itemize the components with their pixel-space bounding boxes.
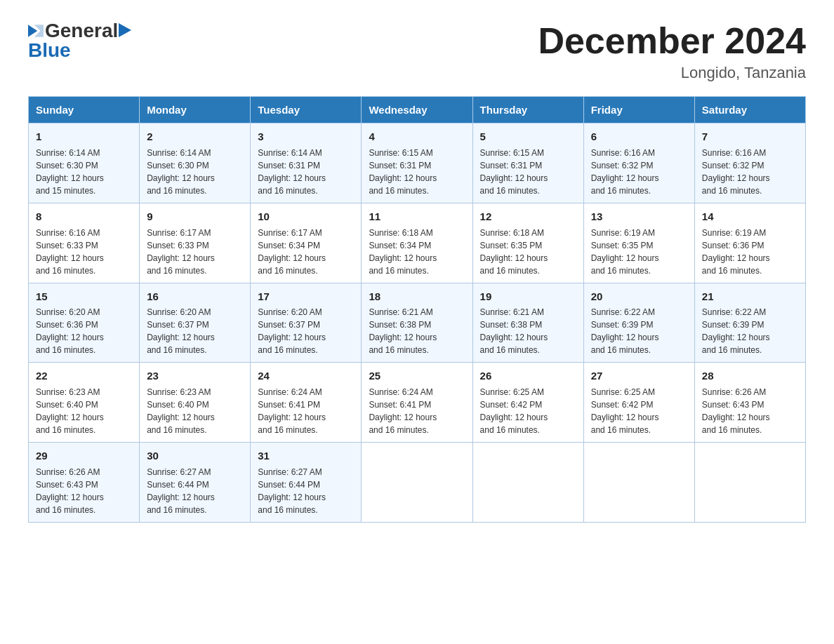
day-number: 29 — [36, 448, 132, 464]
calendar-day-cell: 22Sunrise: 6:23 AMSunset: 6:40 PMDayligh… — [29, 363, 140, 443]
day-number: 28 — [702, 368, 798, 384]
weekday-header-friday: Friday — [583, 97, 694, 123]
logo: General Blue — [28, 21, 131, 60]
day-number: 8 — [36, 209, 132, 224]
day-info: Sunrise: 6:27 AMSunset: 6:44 PMDaylight:… — [258, 466, 354, 516]
day-info: Sunrise: 6:16 AMSunset: 6:32 PMDaylight:… — [702, 147, 798, 197]
day-number: 30 — [147, 448, 243, 464]
day-info: Sunrise: 6:14 AMSunset: 6:30 PMDaylight:… — [36, 147, 132, 197]
calendar-day-cell: 26Sunrise: 6:25 AMSunset: 6:42 PMDayligh… — [472, 363, 583, 443]
calendar-day-cell: 16Sunrise: 6:20 AMSunset: 6:37 PMDayligh… — [140, 283, 251, 363]
calendar-day-cell: 15Sunrise: 6:20 AMSunset: 6:36 PMDayligh… — [29, 283, 140, 363]
day-info: Sunrise: 6:15 AMSunset: 6:31 PMDaylight:… — [369, 147, 465, 197]
day-info: Sunrise: 6:18 AMSunset: 6:35 PMDaylight:… — [480, 227, 576, 277]
calendar-week-row: 22Sunrise: 6:23 AMSunset: 6:40 PMDayligh… — [29, 363, 806, 443]
day-info: Sunrise: 6:20 AMSunset: 6:36 PMDaylight:… — [36, 306, 132, 356]
day-info: Sunrise: 6:14 AMSunset: 6:31 PMDaylight:… — [258, 147, 354, 197]
day-info: Sunrise: 6:25 AMSunset: 6:42 PMDaylight:… — [591, 386, 687, 436]
calendar-day-cell: 9Sunrise: 6:17 AMSunset: 6:33 PMDaylight… — [140, 203, 251, 283]
calendar-day-cell: 3Sunrise: 6:14 AMSunset: 6:31 PMDaylight… — [251, 123, 362, 203]
day-number: 18 — [369, 289, 465, 304]
day-number: 11 — [369, 209, 465, 224]
calendar-day-cell — [583, 443, 694, 523]
svg-marker-3 — [119, 23, 131, 37]
calendar-day-cell: 7Sunrise: 6:16 AMSunset: 6:32 PMDaylight… — [694, 123, 805, 203]
weekday-header-sunday: Sunday — [29, 97, 140, 123]
calendar-day-cell: 23Sunrise: 6:23 AMSunset: 6:40 PMDayligh… — [140, 363, 251, 443]
title-block: December 2024 Longido, Tanzania — [538, 21, 806, 82]
calendar-day-cell: 18Sunrise: 6:21 AMSunset: 6:38 PMDayligh… — [362, 283, 472, 363]
day-info: Sunrise: 6:23 AMSunset: 6:40 PMDaylight:… — [36, 386, 132, 436]
day-info: Sunrise: 6:27 AMSunset: 6:44 PMDaylight:… — [147, 466, 243, 516]
day-info: Sunrise: 6:19 AMSunset: 6:36 PMDaylight:… — [702, 227, 798, 277]
day-info: Sunrise: 6:16 AMSunset: 6:33 PMDaylight:… — [36, 227, 132, 277]
day-info: Sunrise: 6:19 AMSunset: 6:35 PMDaylight:… — [591, 227, 687, 277]
calendar-day-cell: 29Sunrise: 6:26 AMSunset: 6:43 PMDayligh… — [29, 443, 140, 523]
weekday-header-row: SundayMondayTuesdayWednesdayThursdayFrid… — [29, 97, 806, 123]
weekday-header-wednesday: Wednesday — [362, 97, 472, 123]
day-number: 5 — [480, 129, 576, 145]
day-number: 17 — [258, 289, 354, 304]
day-number: 3 — [258, 129, 354, 145]
day-number: 25 — [369, 368, 465, 384]
day-number: 4 — [369, 129, 465, 145]
day-number: 10 — [258, 209, 354, 224]
day-info: Sunrise: 6:24 AMSunset: 6:41 PMDaylight:… — [369, 386, 465, 436]
day-number: 23 — [147, 368, 243, 384]
logo-icon — [28, 23, 44, 39]
day-info: Sunrise: 6:26 AMSunset: 6:43 PMDaylight:… — [36, 466, 132, 516]
day-info: Sunrise: 6:20 AMSunset: 6:37 PMDaylight:… — [258, 306, 354, 356]
calendar-day-cell: 28Sunrise: 6:26 AMSunset: 6:43 PMDayligh… — [694, 363, 805, 443]
calendar-day-cell: 31Sunrise: 6:27 AMSunset: 6:44 PMDayligh… — [251, 443, 362, 523]
logo-general-text: General — [45, 21, 118, 41]
calendar-day-cell: 13Sunrise: 6:19 AMSunset: 6:35 PMDayligh… — [583, 203, 694, 283]
day-info: Sunrise: 6:16 AMSunset: 6:32 PMDaylight:… — [591, 147, 687, 197]
day-number: 24 — [258, 368, 354, 384]
day-info: Sunrise: 6:17 AMSunset: 6:33 PMDaylight:… — [147, 227, 243, 277]
day-info: Sunrise: 6:24 AMSunset: 6:41 PMDaylight:… — [258, 386, 354, 436]
page-header: General Blue December 2024 Longido, Tanz… — [28, 21, 806, 82]
day-number: 27 — [591, 368, 687, 384]
calendar-day-cell: 8Sunrise: 6:16 AMSunset: 6:33 PMDaylight… — [29, 203, 140, 283]
day-number: 9 — [147, 209, 243, 224]
calendar-day-cell: 27Sunrise: 6:25 AMSunset: 6:42 PMDayligh… — [583, 363, 694, 443]
calendar-day-cell — [362, 443, 472, 523]
calendar-week-row: 1Sunrise: 6:14 AMSunset: 6:30 PMDaylight… — [29, 123, 806, 203]
day-info: Sunrise: 6:21 AMSunset: 6:38 PMDaylight:… — [480, 306, 576, 356]
weekday-header-saturday: Saturday — [694, 97, 805, 123]
month-title: December 2024 — [538, 21, 806, 61]
calendar-day-cell — [694, 443, 805, 523]
calendar-day-cell: 12Sunrise: 6:18 AMSunset: 6:35 PMDayligh… — [472, 203, 583, 283]
calendar-table: SundayMondayTuesdayWednesdayThursdayFrid… — [28, 96, 806, 523]
weekday-header-thursday: Thursday — [472, 97, 583, 123]
day-number: 13 — [591, 209, 687, 224]
day-number: 14 — [702, 209, 798, 224]
day-number: 19 — [480, 289, 576, 304]
day-info: Sunrise: 6:23 AMSunset: 6:40 PMDaylight:… — [147, 386, 243, 436]
day-number: 26 — [480, 368, 576, 384]
calendar-day-cell: 25Sunrise: 6:24 AMSunset: 6:41 PMDayligh… — [362, 363, 472, 443]
day-info: Sunrise: 6:25 AMSunset: 6:42 PMDaylight:… — [480, 386, 576, 436]
day-number: 31 — [258, 448, 354, 464]
calendar-day-cell: 4Sunrise: 6:15 AMSunset: 6:31 PMDaylight… — [362, 123, 472, 203]
logo-triangle-icon — [119, 23, 131, 37]
day-number: 21 — [702, 289, 798, 304]
calendar-day-cell: 20Sunrise: 6:22 AMSunset: 6:39 PMDayligh… — [583, 283, 694, 363]
calendar-day-cell: 19Sunrise: 6:21 AMSunset: 6:38 PMDayligh… — [472, 283, 583, 363]
day-number: 12 — [480, 209, 576, 224]
day-info: Sunrise: 6:22 AMSunset: 6:39 PMDaylight:… — [591, 306, 687, 356]
calendar-day-cell — [472, 443, 583, 523]
calendar-day-cell: 24Sunrise: 6:24 AMSunset: 6:41 PMDayligh… — [251, 363, 362, 443]
calendar-day-cell: 5Sunrise: 6:15 AMSunset: 6:31 PMDaylight… — [472, 123, 583, 203]
day-info: Sunrise: 6:26 AMSunset: 6:43 PMDaylight:… — [702, 386, 798, 436]
day-info: Sunrise: 6:22 AMSunset: 6:39 PMDaylight:… — [702, 306, 798, 356]
day-info: Sunrise: 6:14 AMSunset: 6:30 PMDaylight:… — [147, 147, 243, 197]
calendar-week-row: 15Sunrise: 6:20 AMSunset: 6:36 PMDayligh… — [29, 283, 806, 363]
calendar-day-cell: 30Sunrise: 6:27 AMSunset: 6:44 PMDayligh… — [140, 443, 251, 523]
day-number: 22 — [36, 368, 132, 384]
calendar-day-cell: 6Sunrise: 6:16 AMSunset: 6:32 PMDaylight… — [583, 123, 694, 203]
day-number: 7 — [702, 129, 798, 145]
day-info: Sunrise: 6:20 AMSunset: 6:37 PMDaylight:… — [147, 306, 243, 356]
day-info: Sunrise: 6:18 AMSunset: 6:34 PMDaylight:… — [369, 227, 465, 277]
day-info: Sunrise: 6:15 AMSunset: 6:31 PMDaylight:… — [480, 147, 576, 197]
